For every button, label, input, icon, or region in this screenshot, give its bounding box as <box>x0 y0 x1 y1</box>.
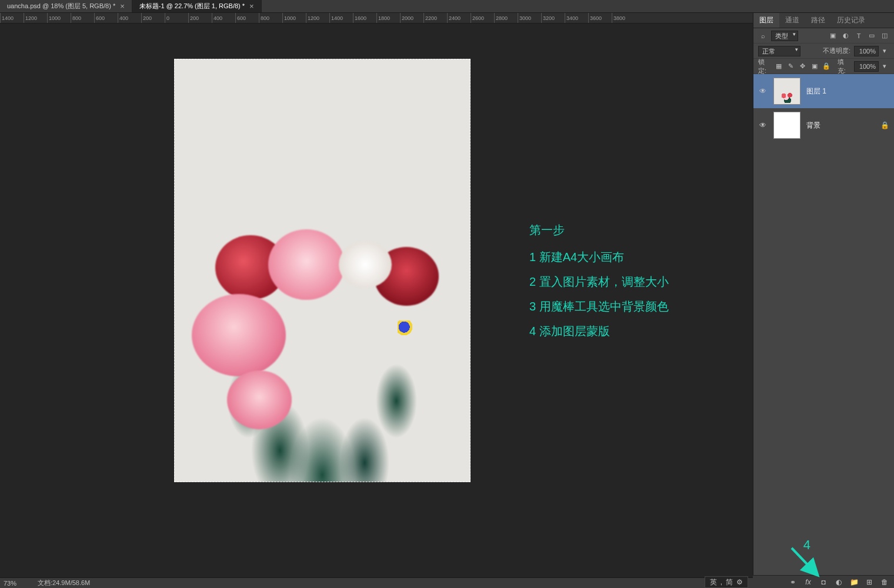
lock-pixels-icon[interactable]: ▦ <box>775 62 783 71</box>
ruler-tick: 1400 <box>0 13 24 23</box>
layer-filter-row: ⌕ 类型 ▣ ◐ T ▭ ◫ <box>753 28 894 44</box>
fill-value[interactable]: 100% <box>854 61 879 72</box>
annotation-line: 2 置入图片素材，调整大小 <box>529 269 669 294</box>
filter-smart-icon[interactable]: ◫ <box>880 31 889 41</box>
filter-type-dropdown[interactable]: 类型 <box>771 31 798 41</box>
canvas-image <box>174 59 471 482</box>
document-tabs: uancha.psd @ 18% (图层 5, RGB/8) * × 未标题-1… <box>0 0 894 13</box>
tab-label: 未标题-1 @ 22.7% (图层 1, RGB/8) * <box>139 2 245 11</box>
magic-wand-cursor <box>398 320 414 337</box>
ruler-tick: 1000 <box>47 13 71 23</box>
tab-paths[interactable]: 路径 <box>805 13 831 28</box>
filter-shape-icon[interactable]: ▭ <box>867 31 876 41</box>
close-icon[interactable]: × <box>249 2 254 11</box>
ruler-tick: 3000 <box>518 13 541 23</box>
ruler-tick: 1400 <box>329 13 353 23</box>
ruler-tick: 2200 <box>423 13 447 23</box>
annotation-title: 第一步 <box>529 218 669 242</box>
ruler-tick: 400 <box>118 13 141 23</box>
layer-item[interactable]: 👁 图层 1 <box>753 74 894 108</box>
ruler-tick: 3200 <box>541 13 565 23</box>
blend-mode-dropdown[interactable]: 正常 <box>758 46 800 56</box>
filter-pixel-icon[interactable]: ▣ <box>828 31 838 41</box>
lock-row: 锁定: ▦ ✎ ✥ ▣ 🔒 填充: 100% ▾ <box>753 59 894 74</box>
ruler-tick: 800 <box>71 13 94 23</box>
ruler-tick: 3800 <box>612 13 635 23</box>
filter-adjust-icon[interactable]: ◐ <box>841 31 850 41</box>
layers-panel: 图层 通道 路径 历史记录 ⌕ 类型 ▣ ◐ T ▭ ◫ 正常 不透明度: 10… <box>753 13 894 577</box>
fill-label: 填充: <box>838 58 850 75</box>
ruler-tick: 2400 <box>447 13 471 23</box>
lock-artboard-icon[interactable]: ▣ <box>810 62 819 71</box>
layer-name[interactable]: 图层 1 <box>806 86 826 96</box>
filter-type-icon[interactable]: T <box>854 31 863 41</box>
tab-layers[interactable]: 图层 <box>753 13 779 28</box>
ime-mode: 简 <box>726 577 733 587</box>
close-icon[interactable]: × <box>120 2 125 11</box>
panel-tabs: 图层 通道 路径 历史记录 <box>753 13 894 28</box>
blend-mode-row: 正常 不透明度: 100% ▾ <box>753 44 894 59</box>
zoom-level[interactable]: 73% <box>0 580 29 587</box>
ruler-tick: 2000 <box>400 13 423 23</box>
ruler-tick: 1200 <box>24 13 47 23</box>
layer-item[interactable]: 👁 背景 🔒 <box>753 108 894 142</box>
search-icon: ⌕ <box>758 31 768 41</box>
visibility-toggle[interactable]: 👁 <box>758 87 768 95</box>
ruler-tick: 400 <box>212 13 235 23</box>
ruler-tick: 3400 <box>565 13 588 23</box>
annotation-line: 3 用魔棒工具选中背景颜色 <box>529 294 669 319</box>
new-layer-icon[interactable]: ⊞ <box>865 577 874 587</box>
tab-history[interactable]: 历史记录 <box>831 13 871 28</box>
layer-thumbnail[interactable] <box>773 112 800 139</box>
lock-all-icon[interactable]: 🔒 <box>822 62 830 71</box>
lock-brush-icon[interactable]: ✎ <box>786 62 795 71</box>
tutorial-annotation: 第一步 1 新建A4大小画布 2 置入图片素材，调整大小 3 用魔棒工具选中背景… <box>529 218 669 343</box>
layer-name[interactable]: 背景 <box>806 121 820 131</box>
callout-arrow-icon <box>788 544 823 580</box>
visibility-toggle[interactable]: 👁 <box>758 121 768 129</box>
layer-thumbnail[interactable] <box>773 78 800 105</box>
ruler-tick: 3600 <box>588 13 612 23</box>
ruler-tick: 600 <box>94 13 118 23</box>
layers-list: 👁 图层 1 👁 背景 🔒 <box>753 74 894 577</box>
ime-lang: 英 <box>710 577 717 587</box>
tab-channels[interactable]: 通道 <box>779 13 805 28</box>
ruler-tick: 200 <box>141 13 165 23</box>
opacity-label: 不透明度: <box>823 46 850 55</box>
doc-size: 文档:24.9M/58.6M <box>29 579 90 587</box>
tab-document-1[interactable]: uancha.psd @ 18% (图层 5, RGB/8) * × <box>0 0 132 12</box>
layers-panel-footer: ⚭ fx ◘ ◐ 📁 ⊞ 🗑 <box>753 575 894 588</box>
chevron-down-icon[interactable]: ▾ <box>880 62 889 71</box>
annotation-line: 4 添加图层蒙版 <box>529 319 669 343</box>
ruler-tick: 1000 <box>282 13 306 23</box>
annotation-line: 1 新建A4大小画布 <box>529 245 669 269</box>
tab-label: uancha.psd @ 18% (图层 5, RGB/8) * <box>7 2 115 11</box>
ruler-tick: 1800 <box>376 13 400 23</box>
svg-line-0 <box>792 548 816 574</box>
chevron-down-icon[interactable]: ▾ <box>880 46 889 56</box>
lock-position-icon[interactable]: ✥ <box>798 62 806 71</box>
gear-icon[interactable]: ⚙ <box>736 578 743 586</box>
adjustment-layer-icon[interactable]: ◐ <box>834 577 843 587</box>
ime-sep: , <box>720 578 722 586</box>
ruler-tick: 200 <box>188 13 212 23</box>
opacity-value[interactable]: 100% <box>854 46 879 56</box>
ruler-tick: 1200 <box>306 13 329 23</box>
canvas[interactable] <box>174 59 471 482</box>
ruler-tick: 2800 <box>494 13 518 23</box>
lock-label: 锁定: <box>758 58 771 75</box>
lock-icon: 🔒 <box>880 121 889 129</box>
status-bar: 73% 文档:24.9M/58.6M <box>0 577 753 588</box>
ruler-tick: 2600 <box>471 13 494 23</box>
ruler-tick: 1600 <box>353 13 376 23</box>
new-group-icon[interactable]: 📁 <box>849 577 859 587</box>
ime-indicator[interactable]: 英 , 简 ⚙ <box>705 576 748 588</box>
ruler-tick: 600 <box>235 13 259 23</box>
ruler-tick: 0 <box>165 13 188 23</box>
delete-layer-icon[interactable]: 🗑 <box>880 577 889 587</box>
ruler-tick: 800 <box>259 13 282 23</box>
tab-document-2[interactable]: 未标题-1 @ 22.7% (图层 1, RGB/8) * × <box>132 0 262 12</box>
